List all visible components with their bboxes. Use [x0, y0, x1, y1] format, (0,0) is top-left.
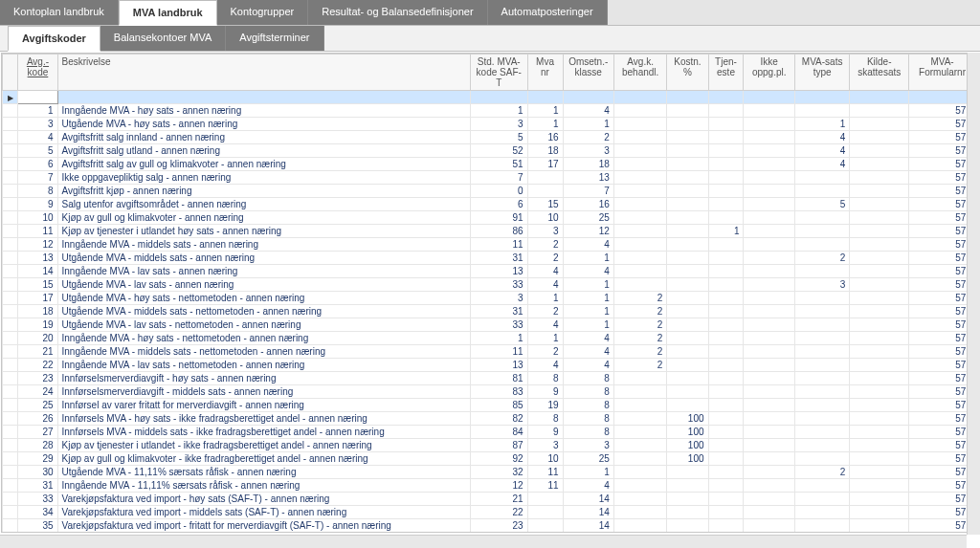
- cell-saft[interactable]: 88: [470, 533, 527, 534]
- cell-avgk[interactable]: [613, 385, 666, 399]
- cell-ikke[interactable]: [744, 278, 794, 292]
- cell-mvanr[interactable]: 1: [527, 118, 563, 131]
- row-handle[interactable]: [3, 318, 18, 332]
- tab-mva[interactable]: MVA landbruk: [119, 0, 217, 26]
- cell-besk[interactable]: Utgående MVA - høy sats - nettometoden -…: [57, 292, 470, 305]
- cell-kilde[interactable]: [850, 519, 909, 533]
- cell-kostn[interactable]: [667, 399, 708, 412]
- cell-besk[interactable]: Inngående MVA - middels sats - annen nær…: [57, 238, 470, 252]
- cell-avgk[interactable]: [613, 399, 666, 412]
- cell-form[interactable]: 575: [909, 238, 976, 252]
- cell-kostn[interactable]: [667, 198, 708, 211]
- cell-saft[interactable]: 85: [470, 399, 527, 412]
- row-handle[interactable]: [3, 385, 18, 399]
- cell-satstype[interactable]: 4: [794, 144, 850, 158]
- cell-kostn[interactable]: [667, 385, 708, 399]
- cell-ikke[interactable]: [744, 305, 794, 318]
- cell-omsetn[interactable]: 14: [563, 519, 613, 533]
- cell-kostn[interactable]: [667, 265, 708, 278]
- cell-omsetn[interactable]: 25: [563, 211, 613, 225]
- tab-balanse[interactable]: Balansekontoer MVA: [100, 26, 227, 51]
- cell-ikke[interactable]: [744, 238, 794, 252]
- cell-besk[interactable]: Utgående MVA - 11,11% særsats råfisk - a…: [57, 466, 470, 479]
- row-handle[interactable]: [3, 265, 18, 278]
- cell-saft[interactable]: 81: [470, 372, 527, 385]
- cell-tjen[interactable]: [708, 305, 744, 318]
- cell-satstype[interactable]: [794, 506, 850, 519]
- tab-resultat[interactable]: Resultat- og Balansedefinisjoner: [308, 0, 487, 25]
- cell-form[interactable]: 575: [909, 305, 976, 318]
- cell-mvanr[interactable]: 5: [527, 533, 563, 534]
- filter-omsetn[interactable]: [563, 91, 613, 104]
- cell-omsetn[interactable]: 8: [563, 426, 613, 439]
- cell-saft[interactable]: 32: [470, 466, 527, 479]
- table-row[interactable]: 36Kjøp av tjenester i utlandet lav sats …: [3, 533, 976, 534]
- cell-kilde[interactable]: [850, 185, 909, 198]
- cell-omsetn[interactable]: 1: [563, 318, 613, 332]
- tab-kontogrupper[interactable]: Kontogrupper: [217, 0, 309, 25]
- table-row[interactable]: 13Utgående MVA - middels sats - annen næ…: [3, 252, 976, 265]
- cell-kilde[interactable]: [850, 318, 909, 332]
- cell-ikke[interactable]: [744, 533, 794, 534]
- cell-saft[interactable]: 52: [470, 144, 527, 158]
- table-row[interactable]: 6Avgiftsfritt salg av gull og klimakvote…: [3, 158, 976, 171]
- table-row[interactable]: 15Utgående MVA - lav sats - annen næring…: [3, 278, 976, 292]
- cell-satstype[interactable]: [794, 104, 850, 118]
- cell-avgk[interactable]: [613, 225, 666, 238]
- cell-form[interactable]: 575: [909, 412, 976, 426]
- filter-avgk[interactable]: [613, 91, 666, 104]
- cell-kostn[interactable]: [667, 345, 708, 359]
- cell-kode[interactable]: 6: [18, 158, 57, 171]
- cell-satstype[interactable]: [794, 318, 850, 332]
- cell-avgk[interactable]: [613, 426, 666, 439]
- tab-kontoplan[interactable]: Kontoplan landbruk: [0, 0, 119, 25]
- filter-kilde[interactable]: [850, 91, 909, 104]
- cell-saft[interactable]: 31: [470, 305, 527, 318]
- cell-besk[interactable]: Ikke oppgavepliktig salg - annen næring: [57, 171, 470, 185]
- cell-tjen[interactable]: [708, 131, 744, 144]
- cell-omsetn[interactable]: 12: [563, 225, 613, 238]
- cell-kode[interactable]: 33: [18, 493, 57, 506]
- cell-besk[interactable]: Varekjøpsfaktura ved import - høy sats (…: [57, 493, 470, 506]
- cell-kostn[interactable]: [667, 479, 708, 493]
- cell-omsetn[interactable]: 8: [563, 385, 613, 399]
- cell-kilde[interactable]: [850, 225, 909, 238]
- row-handle[interactable]: [3, 345, 18, 359]
- cell-besk[interactable]: Varekjøpsfaktura ved import - fritatt fo…: [57, 519, 470, 533]
- cell-form[interactable]: 575: [909, 493, 976, 506]
- cell-tjen[interactable]: [708, 439, 744, 452]
- cell-avgk[interactable]: [613, 412, 666, 426]
- cell-satstype[interactable]: [794, 372, 850, 385]
- cell-avgk[interactable]: [613, 144, 666, 158]
- table-row[interactable]: 3Utgående MVA - høy sats - annen næring3…: [3, 118, 976, 131]
- cell-kode[interactable]: 25: [18, 399, 57, 412]
- cell-avgk[interactable]: 2: [613, 345, 666, 359]
- cell-kode[interactable]: 7: [18, 171, 57, 185]
- cell-satstype[interactable]: [794, 412, 850, 426]
- cell-kode[interactable]: 27: [18, 426, 57, 439]
- cell-kode[interactable]: 12: [18, 238, 57, 252]
- cell-satstype[interactable]: [794, 399, 850, 412]
- row-handle[interactable]: [3, 506, 18, 519]
- table-row[interactable]: 11Kjøp av tjenester i utlandet høy sats …: [3, 225, 976, 238]
- cell-besk[interactable]: Inngående MVA - høy sats - annen næring: [57, 104, 470, 118]
- cell-avgk[interactable]: [613, 452, 666, 466]
- cell-tjen[interactable]: [708, 252, 744, 265]
- cell-tjen[interactable]: [708, 533, 744, 534]
- cell-kilde[interactable]: [850, 252, 909, 265]
- cell-satstype[interactable]: [794, 533, 850, 534]
- cell-kilde[interactable]: [850, 144, 909, 158]
- table-row[interactable]: 34Varekjøpsfaktura ved import - middels …: [3, 506, 976, 519]
- row-handle[interactable]: [3, 533, 18, 534]
- cell-ikke[interactable]: [744, 399, 794, 412]
- cell-kode[interactable]: 11: [18, 225, 57, 238]
- cell-kilde[interactable]: [850, 118, 909, 131]
- row-handle[interactable]: [3, 144, 18, 158]
- cell-kode[interactable]: 24: [18, 385, 57, 399]
- cell-besk[interactable]: Inngående MVA - lav sats - annen næring: [57, 265, 470, 278]
- cell-saft[interactable]: 23: [470, 519, 527, 533]
- cell-satstype[interactable]: [794, 225, 850, 238]
- cell-kilde[interactable]: [850, 292, 909, 305]
- cell-satstype[interactable]: [794, 265, 850, 278]
- cell-kostn[interactable]: [667, 185, 708, 198]
